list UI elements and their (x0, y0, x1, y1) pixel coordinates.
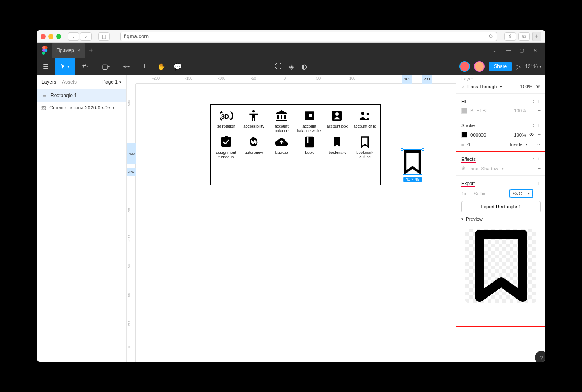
add-fill-button[interactable]: + (537, 98, 541, 104)
export-suffix[interactable]: Suffix (474, 191, 507, 196)
present-icon[interactable]: ▷ (516, 63, 521, 71)
svg-text:3D: 3D (221, 113, 229, 120)
nav-buttons: ‹ › (68, 32, 92, 41)
frame-tool[interactable]: #▾ (75, 58, 96, 75)
new-tab-button[interactable]: + (532, 32, 541, 41)
hidden-fill-icon[interactable]: 〰 (529, 108, 534, 113)
window-controls: ⌄ — ▢ ✕ (493, 48, 543, 53)
resize-handle-sw[interactable] (401, 173, 403, 175)
style-icon[interactable] (532, 100, 534, 103)
canvas[interactable]: -200 -150 -100 -50 0 50 100 163 203 -500… (127, 75, 456, 362)
style-icon[interactable] (532, 158, 534, 160)
effect-settings-icon[interactable]: ☀ (461, 166, 466, 171)
resize-handle-ne[interactable] (422, 148, 424, 151)
maximize-icon[interactable]: ▢ (520, 48, 524, 53)
figma-toolbar: ☰ ▾ #▾ ▢▾ ✒▾ T ✋ 💬 ⛶ ◈ ◐ Share ▷ 121%▾ (37, 58, 545, 75)
zoom-window-icon[interactable] (56, 34, 61, 39)
fill-swatch[interactable] (461, 108, 467, 114)
fill-opacity[interactable]: 100% (514, 108, 526, 113)
export-format-select[interactable]: SVG▾ (510, 189, 533, 198)
share-browser-icon[interactable]: ⇪ (504, 32, 516, 41)
remove-effect-button[interactable]: − (537, 165, 541, 171)
rectangle-icon: ▭ (42, 93, 47, 98)
blend-mode[interactable]: Pass Through (467, 84, 497, 89)
text-tool[interactable]: T (137, 58, 153, 75)
file-tab[interactable]: Пример × (52, 43, 85, 58)
properties-panel: Layer ○Pass Through▾ 100%👁 Fill + BFBFBF… (456, 75, 545, 362)
blend-mode-icon[interactable]: ○ (461, 84, 464, 89)
stroke-hex[interactable]: 000000 (470, 132, 486, 137)
preview-toggle-icon[interactable]: ▾ (461, 217, 463, 221)
figma-logo-icon[interactable] (39, 46, 50, 55)
add-effect-button[interactable]: + (537, 156, 541, 162)
new-file-tab-button[interactable]: + (86, 46, 96, 55)
help-button[interactable]: ? (535, 351, 545, 362)
svg-point-2 (253, 110, 255, 112)
mask-icon[interactable]: ◐ (301, 63, 307, 71)
visibility-toggle[interactable]: 👁 (529, 132, 534, 138)
layer-label: Rectangle 1 (50, 93, 77, 98)
page-selector[interactable]: Page 1▾ (102, 79, 121, 85)
layer-row[interactable]: 🖼 Снимок экрана 2020-05-05 в 00.... (37, 102, 126, 114)
add-export-button[interactable]: + (537, 180, 541, 186)
close-icon[interactable]: ✕ (533, 48, 537, 53)
collapse-caret-icon[interactable]: ⌄ (493, 48, 497, 53)
stroke-swatch[interactable] (461, 132, 467, 138)
layer-section-label: Layer (461, 76, 473, 81)
traffic-lights (41, 34, 61, 39)
forward-button[interactable]: › (80, 32, 92, 41)
selection-outline (402, 149, 423, 175)
main-menu-button[interactable]: ☰ (37, 58, 55, 75)
reload-icon[interactable]: ⟳ (489, 33, 493, 39)
selection-size-label: 40 × 49 (403, 177, 422, 182)
svg-point-7 (361, 112, 364, 115)
effect-type[interactable]: Inner Shadow (469, 166, 498, 171)
export-button[interactable]: Export Rectangle 1 (461, 201, 541, 212)
layer-row[interactable]: ▭ Rectangle 1 (37, 89, 126, 102)
url-text: figma.com (124, 33, 149, 39)
export-scale[interactable]: 1x (461, 191, 471, 196)
avatar-2[interactable] (474, 61, 485, 72)
svg-point-0 (45, 49, 47, 52)
add-stroke-button[interactable]: + (537, 122, 541, 128)
sidebar-toggle-icon[interactable]: ◫ (98, 32, 110, 41)
app-window: ‹ › ◫ figma.com ⟳ ⇪ ⧉ + Пример × + ⌄ — ▢… (37, 30, 545, 362)
hand-tool[interactable]: ✋ (153, 58, 170, 75)
close-window-icon[interactable] (41, 34, 46, 39)
remove-fill-button[interactable]: − (537, 107, 541, 114)
selected-object[interactable]: 40 × 49 (403, 150, 422, 174)
close-tab-icon[interactable]: × (78, 48, 80, 53)
edit-object-icon[interactable]: ⛶ (275, 63, 282, 71)
back-button[interactable]: ‹ (68, 32, 79, 41)
stroke-opacity[interactable]: 100% (514, 132, 526, 137)
visibility-toggle[interactable]: 👁 (536, 84, 541, 89)
shape-tool[interactable]: ▢▾ (96, 58, 116, 75)
url-bar[interactable]: figma.com ⟳ (120, 32, 497, 41)
assets-tab[interactable]: Assets (62, 79, 77, 85)
create-component-icon[interactable]: ◈ (289, 63, 294, 71)
fill-hex[interactable]: BFBFBF (470, 108, 488, 113)
hidden-effect-icon[interactable]: 〰 (529, 166, 534, 171)
remove-stroke-button[interactable]: − (537, 132, 541, 138)
share-button[interactable]: Share (489, 62, 512, 71)
stroke-align[interactable]: Inside (510, 142, 522, 147)
minimize-window-icon[interactable] (48, 34, 53, 39)
move-tool[interactable]: ▾ (55, 58, 75, 75)
resize-handle-se[interactable] (422, 173, 424, 175)
pen-tool[interactable]: ✒▾ (116, 58, 137, 75)
tabs-overview-icon[interactable]: ⧉ (518, 32, 530, 41)
style-icon[interactable] (532, 124, 534, 127)
stroke-advanced-button[interactable]: ⋯ (535, 141, 541, 147)
export-settings-button[interactable]: ⋯ (535, 191, 541, 197)
resize-handle-nw[interactable] (401, 148, 403, 151)
layer-opacity[interactable]: 100% (520, 84, 532, 89)
svg-rect-4 (309, 114, 312, 117)
avatar-1[interactable] (459, 61, 470, 72)
minimize-icon[interactable]: — (506, 48, 511, 53)
zoom-dropdown[interactable]: 121%▾ (525, 64, 541, 69)
layers-tab[interactable]: Layers (41, 79, 56, 85)
export-preview (461, 225, 541, 307)
stroke-weight[interactable]: 4 (467, 142, 470, 147)
remove-export-button[interactable]: − (531, 180, 534, 186)
comment-tool[interactable]: 💬 (170, 58, 186, 75)
